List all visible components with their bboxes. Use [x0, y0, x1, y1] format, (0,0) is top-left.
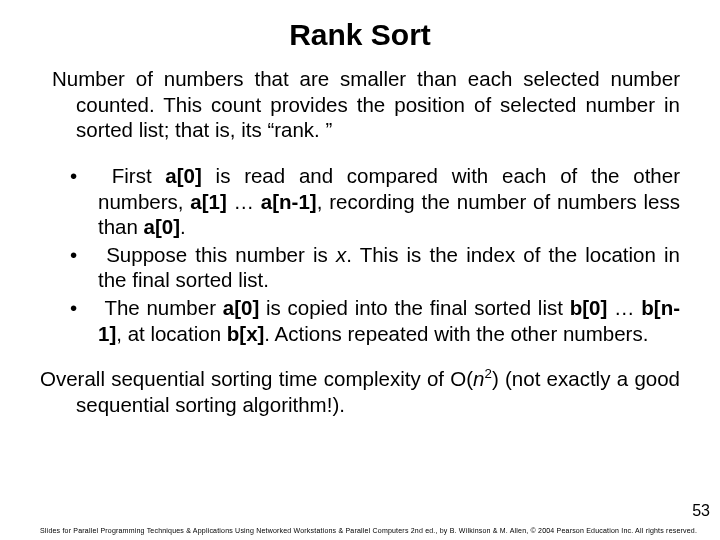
- page-number: 53: [692, 502, 710, 520]
- bullet-list: First a[0] is read and compared with eac…: [40, 163, 680, 346]
- closing-var: n: [473, 367, 484, 390]
- bullet-2: Suppose this number is x. This is the in…: [70, 242, 680, 293]
- intro-paragraph: Number of numbers that are smaller than …: [40, 66, 680, 143]
- b2-italic1: x: [336, 243, 346, 266]
- b3-bold1: a[0]: [223, 296, 259, 319]
- b3-bold2: b[0]: [570, 296, 608, 319]
- b1-bold3: a[n-1]: [261, 190, 317, 213]
- bullet-1: First a[0] is read and compared with eac…: [70, 163, 680, 240]
- bullet-3: The number a[0] is copied into the final…: [70, 295, 680, 346]
- b3-post: . Actions repeated with the other number…: [264, 322, 648, 345]
- b3-mid2: …: [607, 296, 641, 319]
- b1-bold2: a[1]: [190, 190, 226, 213]
- footer-text: Slides for Parallel Programming Techniqu…: [40, 527, 697, 534]
- b1-bold1: a[0]: [165, 164, 201, 187]
- b1-pre: First: [112, 164, 166, 187]
- b2-pre: Suppose this number is: [106, 243, 336, 266]
- b3-mid1: is copied into the final sorted list: [259, 296, 569, 319]
- b3-mid3: , at location: [116, 322, 227, 345]
- b3-bold4: b[x]: [227, 322, 265, 345]
- closing-pre: Overall sequential sorting time complexi…: [40, 367, 473, 390]
- closing-paragraph: Overall sequential sorting time complexi…: [40, 366, 680, 417]
- b1-post: .: [180, 215, 186, 238]
- closing-sup: 2: [484, 366, 491, 381]
- b1-bold4: a[0]: [144, 215, 180, 238]
- b1-mid2: …: [227, 190, 261, 213]
- slide-title: Rank Sort: [40, 18, 680, 52]
- intro-text: Number of numbers that are smaller than …: [52, 66, 680, 143]
- b3-pre: The number: [104, 296, 222, 319]
- slide: Rank Sort Number of numbers that are sma…: [0, 0, 720, 540]
